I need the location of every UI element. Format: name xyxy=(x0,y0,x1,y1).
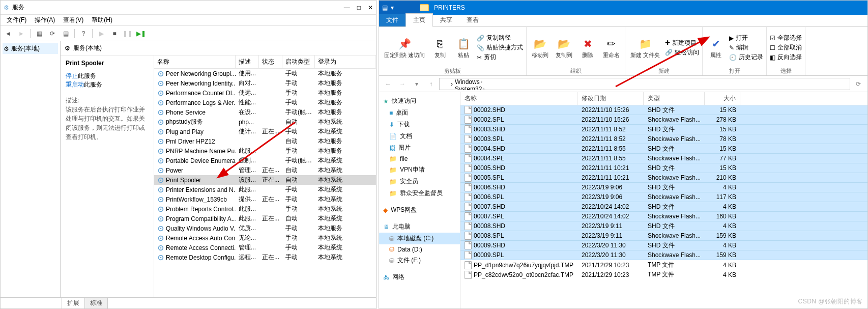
nav-recent-button[interactable]: ▾ xyxy=(411,78,423,90)
file-row[interactable]: 00008.SPL2022/3/19 9:11Shockwave Flash..… xyxy=(460,231,867,241)
menu-help[interactable]: 帮助(H) xyxy=(89,15,115,25)
nav-desktop[interactable]: ■桌面 xyxy=(379,107,460,119)
copy-button[interactable]: ⎘复制 xyxy=(430,36,450,59)
nav-up-button[interactable]: ↑ xyxy=(425,78,437,90)
nav-documents[interactable]: 📄文档 xyxy=(379,130,460,142)
delete-button[interactable]: ✖删除 xyxy=(577,36,598,59)
tab-extended[interactable]: 扩展 xyxy=(62,297,85,308)
nav-supervisor[interactable]: 📁群众安全监督员 xyxy=(379,187,460,199)
table-row[interactable]: Performance Logs & Aler...性能...手动本地服务 xyxy=(154,98,376,107)
copyto-button[interactable]: 📂复制到 xyxy=(554,36,574,59)
pin-button[interactable]: 📌固定到快 速访问 xyxy=(382,36,427,59)
selectnone-button[interactable]: ☐全部取消 xyxy=(770,43,802,52)
table-row[interactable]: PrintWorkflow_1539cb提供...正在...手动本地系统 xyxy=(154,194,376,204)
table-row[interactable]: Peer Networking Identity...向对...手动本地服务 xyxy=(154,78,376,88)
file-row[interactable]: 00004.SHD2022/11/11 8:55SHD 文件15 KB xyxy=(460,144,867,154)
table-row[interactable]: Portable Device Enumera...强制...手动(触发...本… xyxy=(154,156,376,165)
nav-forward-button[interactable]: → xyxy=(396,78,409,90)
services-table[interactable]: 名称 描述 状态 启动类型 登录为 Peer Networking Groupi… xyxy=(154,55,376,297)
col-name[interactable]: 名称 xyxy=(154,55,236,68)
file-row[interactable]: 00006.SHD2022/3/19 9:06SHD 文件4 KB xyxy=(460,183,867,192)
menu-action[interactable]: 操作(A) xyxy=(32,15,58,25)
file-row[interactable]: PP_d1pn9chw7q26iu7yqjqvfpjd.TMP2021/12/2… xyxy=(460,260,867,270)
nav-thispc[interactable]: 🖥此电脑 xyxy=(379,221,460,233)
cut-button[interactable]: ✂剪切 xyxy=(477,53,523,62)
nav-pictures[interactable]: 🖼图片 xyxy=(379,142,460,154)
col-desc[interactable]: 描述 xyxy=(236,55,259,68)
col-size[interactable]: 大小 xyxy=(705,92,740,105)
crumb-segment[interactable]: Windows› xyxy=(454,78,495,86)
file-row[interactable]: 00002.SPL2022/11/10 15:26Shockwave Flash… xyxy=(460,115,867,125)
copy-path-button[interactable]: 🔗复制路径 xyxy=(477,34,523,42)
nav-downloads[interactable]: ⬇下载 xyxy=(379,119,460,130)
file-row[interactable]: 00007.SHD2022/10/24 14:02SHD 文件4 KB xyxy=(460,202,867,212)
nav-quick-access[interactable]: ★快速访问 xyxy=(379,95,460,107)
selectall-button[interactable]: ☑全部选择 xyxy=(770,34,802,42)
crumb-segment[interactable]: System32› xyxy=(454,86,495,90)
tree-services-local[interactable]: ⚙ 服务(本地) xyxy=(3,43,58,54)
rename-button[interactable]: ✏重命名 xyxy=(601,36,622,59)
properties-button[interactable]: ✔属性 xyxy=(706,36,726,59)
close-button[interactable]: ✕ xyxy=(368,4,373,11)
nav-file[interactable]: 📁file xyxy=(379,154,460,164)
services-titlebar[interactable]: ⚙ 服务 — □ ✕ xyxy=(1,1,376,15)
table-row[interactable]: Program Compatibility A...此服...正在...自动本地… xyxy=(154,214,376,223)
col-type[interactable]: 类型 xyxy=(644,92,705,105)
nav-cdrive[interactable]: ⛁本地磁盘 (C:) xyxy=(379,233,460,244)
back-button[interactable]: ◄ xyxy=(3,28,14,39)
table-row[interactable]: Power管理...正在...自动本地系统 xyxy=(154,165,376,175)
start-button[interactable]: ▶ xyxy=(96,28,107,39)
nav-fdrive[interactable]: ⛁文件 (F:) xyxy=(379,255,460,266)
col-startup[interactable]: 启动类型 xyxy=(282,55,315,68)
file-row[interactable]: 00009.SHD2022/3/20 11:30SHD 文件4 KB xyxy=(460,241,867,250)
refresh-button[interactable]: ⟳ xyxy=(47,28,58,39)
newitem-button[interactable]: ✚新建项目 xyxy=(665,39,699,47)
file-row[interactable]: 00009.SPL2022/3/20 11:30Shockwave Flash.… xyxy=(460,250,867,260)
easyaccess-button[interactable]: 🔗轻松访问 xyxy=(665,48,699,57)
refresh-button[interactable]: ⟳ xyxy=(852,78,864,90)
restart-link[interactable]: 重启动 xyxy=(66,81,84,88)
file-row[interactable]: 00006.SPL2022/3/19 9:06Shockwave Flash..… xyxy=(460,192,867,202)
stop-link[interactable]: 停止 xyxy=(66,72,78,79)
nav-wps[interactable]: ◆WPS网盘 xyxy=(379,204,460,216)
file-row[interactable]: 00002.SHD2022/11/10 15:26SHD 文件15 KB xyxy=(460,105,867,115)
open-button[interactable]: ▶打开 xyxy=(729,34,763,42)
paste-shortcut-button[interactable]: 📎粘贴快捷方式 xyxy=(477,43,523,52)
table-row[interactable]: Quality Windows Audio V...优质...手动本地服务 xyxy=(154,223,376,233)
newfolder-button[interactable]: 📁新建 文件夹 xyxy=(628,36,662,59)
nav-back-button[interactable]: ← xyxy=(382,78,394,90)
file-row[interactable]: 00004.SPL2022/11/11 8:55Shockwave Flash.… xyxy=(460,154,867,163)
invertsel-button[interactable]: ◧反向选择 xyxy=(770,53,802,62)
nav-vpn[interactable]: 📁VPN申请 xyxy=(379,164,460,176)
table-row[interactable]: Pml Driver HPZ12自动本地服务 xyxy=(154,136,376,146)
col-account[interactable]: 登录为 xyxy=(315,55,376,68)
maximize-button[interactable]: □ xyxy=(357,4,361,11)
history-button[interactable]: 🕘历史记录 xyxy=(729,53,763,62)
nav-ddrive[interactable]: ⛁Data (D:) xyxy=(379,244,460,255)
table-row[interactable]: Problem Reports Control...此服...手动本地系统 xyxy=(154,204,376,214)
breadcrumb[interactable]: › 此电脑›本地磁盘 (C:)›Windows›System32›spool›P… xyxy=(439,78,850,90)
ribbon-tab-home[interactable]: 主页 xyxy=(406,13,433,27)
nav-pane[interactable]: ★快速访问 ■桌面 ⬇下载 📄文档 🖼图片 📁file 📁VPN申请 📁安全员 … xyxy=(379,92,460,308)
qat-button[interactable]: ▾ xyxy=(391,4,394,11)
stop-button[interactable]: ■ xyxy=(109,28,120,39)
pause-button[interactable]: ❚❚ xyxy=(122,28,133,39)
edit-button[interactable]: ✎编辑 xyxy=(729,43,763,52)
nav-network[interactable]: 🖧网络 xyxy=(379,271,460,283)
table-row[interactable]: Plug and Play使计...正在...手动本地系统 xyxy=(154,127,376,136)
chevron-right-icon[interactable]: › xyxy=(451,80,453,88)
ribbon-tab-view[interactable]: 查看 xyxy=(459,14,486,26)
table-row[interactable]: Phone Service在设...手动(触发...本地服务 xyxy=(154,107,376,117)
ribbon-tab-share[interactable]: 共享 xyxy=(433,14,459,26)
nav-security[interactable]: 📁安全员 xyxy=(379,176,460,187)
file-row[interactable]: PP_c82cdwv52o0_ot0ocn2cfac.TMP2021/12/29… xyxy=(460,270,867,279)
tab-standard[interactable]: 标准 xyxy=(84,297,108,308)
ribbon-tab-file[interactable]: 文件 xyxy=(379,14,406,26)
file-row[interactable]: 00003.SHD2022/11/11 8:52SHD 文件15 KB xyxy=(460,125,867,134)
table-row[interactable]: Remote Access Connecti...管理...手动本地系统 xyxy=(154,243,376,252)
table-row[interactable]: PNRP Machine Name Pu...此服...手动本地服务 xyxy=(154,146,376,156)
properties-button[interactable]: ▦ xyxy=(34,28,45,39)
minimize-button[interactable]: — xyxy=(344,4,350,11)
file-row[interactable]: 00007.SPL2022/10/24 14:02Shockwave Flash… xyxy=(460,212,867,221)
moveto-button[interactable]: 📂移动到 xyxy=(530,36,551,59)
